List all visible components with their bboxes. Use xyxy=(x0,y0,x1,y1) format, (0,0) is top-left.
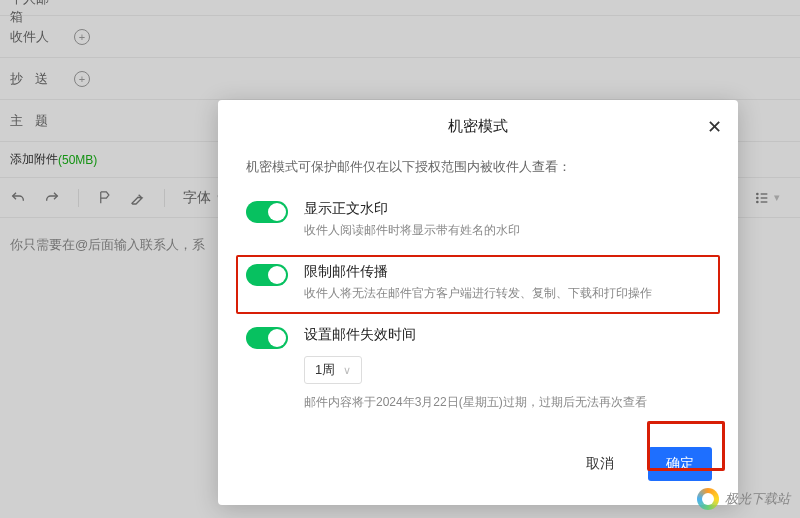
option-restrict-desc: 收件人将无法在邮件官方客户端进行转发、复制、下载和打印操作 xyxy=(304,285,652,302)
toggle-watermark[interactable] xyxy=(246,201,288,223)
dialog-body: 机密模式可保护邮件仅在以下授权范围内被收件人查看： 显示正文水印 收件人阅读邮件… xyxy=(218,152,738,427)
option-expire: 设置邮件失效时间 1周 ∨ 邮件内容将于2024年3月22日(星期五)过期，过期… xyxy=(246,318,710,423)
expire-select-value: 1周 xyxy=(315,361,335,379)
option-watermark-desc: 收件人阅读邮件时将显示带有姓名的水印 xyxy=(304,222,520,239)
option-watermark-title: 显示正文水印 xyxy=(304,200,520,218)
option-expire-title: 设置邮件失效时间 xyxy=(304,326,647,344)
cancel-button[interactable]: 取消 xyxy=(568,447,632,481)
option-expire-text: 设置邮件失效时间 1周 ∨ 邮件内容将于2024年3月22日(星期五)过期，过期… xyxy=(304,326,647,411)
option-watermark: 显示正文水印 收件人阅读邮件时将显示带有姓名的水印 xyxy=(246,192,710,251)
option-watermark-text: 显示正文水印 收件人阅读邮件时将显示带有姓名的水印 xyxy=(304,200,520,239)
site-watermark: 极光下载站 xyxy=(697,488,790,510)
toggle-expire[interactable] xyxy=(246,327,288,349)
ok-button-highlight xyxy=(647,421,725,471)
watermark-icon xyxy=(697,488,719,510)
dialog-title: 机密模式 xyxy=(448,117,508,136)
dialog-header: 机密模式 ✕ xyxy=(218,100,738,152)
option-restrict: 限制邮件传播 收件人将无法在邮件官方客户端进行转发、复制、下载和打印操作 xyxy=(246,263,710,302)
toggle-restrict[interactable] xyxy=(246,264,288,286)
option-restrict-text: 限制邮件传播 收件人将无法在邮件官方客户端进行转发、复制、下载和打印操作 xyxy=(304,263,652,302)
expire-note: 邮件内容将于2024年3月22日(星期五)过期，过期后无法再次查看 xyxy=(304,394,647,411)
expire-select[interactable]: 1周 ∨ xyxy=(304,356,362,384)
dialog-intro: 机密模式可保护邮件仅在以下授权范围内被收件人查看： xyxy=(246,158,710,176)
chevron-down-icon: ∨ xyxy=(343,364,351,377)
close-icon[interactable]: ✕ xyxy=(707,116,722,138)
watermark-text: 极光下载站 xyxy=(725,490,790,508)
option-restrict-title: 限制邮件传播 xyxy=(304,263,652,281)
option-restrict-highlight: 限制邮件传播 收件人将无法在邮件官方客户端进行转发、复制、下载和打印操作 xyxy=(236,255,720,314)
